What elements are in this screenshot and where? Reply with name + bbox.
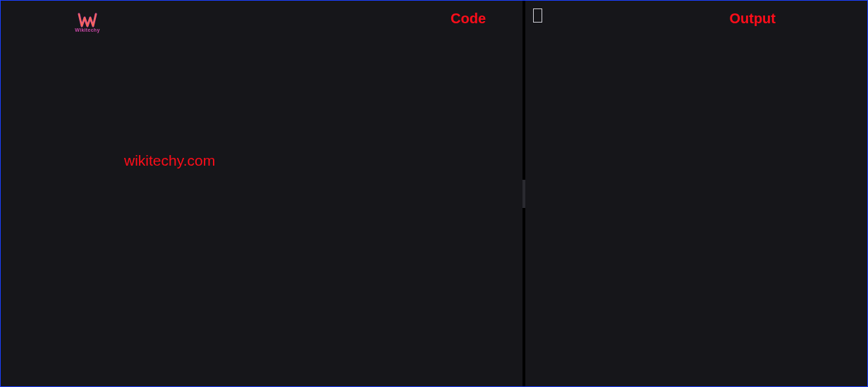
empty-glyph-icon <box>533 8 542 23</box>
output-pane[interactable]: Output <box>525 1 867 386</box>
code-panel-title: Code <box>451 11 486 27</box>
watermark-text: wikitechy.com <box>124 152 215 169</box>
wikitechy-logo-text: Wikitechy <box>75 27 99 32</box>
split-frame: Wikitechy Code wikitechy.com Output <box>0 0 868 387</box>
wikitechy-logo: Wikitechy <box>73 8 102 36</box>
code-pane[interactable]: Wikitechy Code wikitechy.com <box>1 1 522 386</box>
output-panel-title: Output <box>729 11 776 27</box>
wikitechy-logo-icon <box>77 12 98 29</box>
